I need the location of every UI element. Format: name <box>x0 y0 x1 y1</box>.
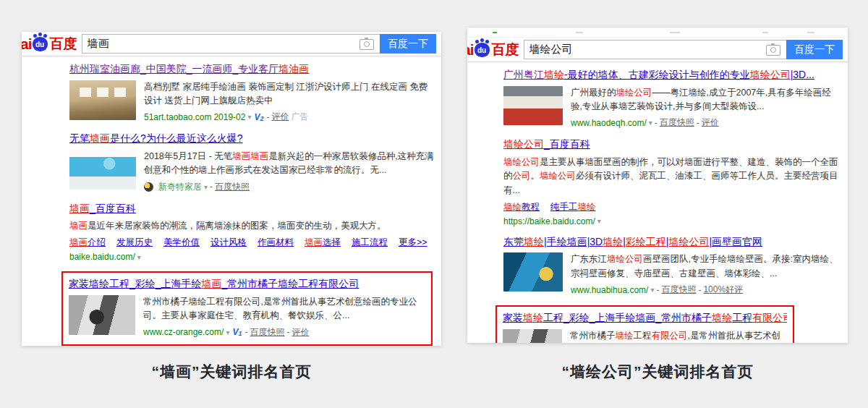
baidu-logo-latin: ai <box>467 42 474 57</box>
baidu-logo: ai du 百度 <box>467 42 519 57</box>
result-title-link[interactable]: 杭州瑞室油画廊_中国美院_一流画师_专业客厅墙油画 <box>69 63 434 76</box>
bookmark-mark-icon <box>807 32 814 33</box>
result-sitelink[interactable]: 墙画选择 <box>305 237 341 249</box>
result-title-link[interactable]: 无笔墙画是什么?为什么最近这么火爆? <box>69 132 434 145</box>
result-sitelink[interactable]: 纯手工墙绘 <box>550 201 596 213</box>
baidu-search-header: ai du 百度 百度一下 <box>467 38 848 62</box>
search-result: 杭州瑞室油画廊_中国美院_一流画师_专业客厅墙油画高档别墅 家居纯手绘油画 装饰… <box>69 63 434 123</box>
meta-link[interactable]: 百度快照 <box>215 181 250 193</box>
result-description: 墙绘公司是主要从事墙面壁画的制作，可以对墙面进行平整、建造、装饰的一个全面的公司… <box>503 156 842 197</box>
result-sitelink[interactable]: 更多>> <box>399 237 427 249</box>
source-avatar-icon <box>144 182 153 192</box>
search-box <box>524 40 786 59</box>
result-title-link[interactable]: 广州粤江墙绘-最好的墙体、古建彩绘设计与创作的专业墙绘公司|3D... <box>503 69 842 82</box>
baidu-logo-cn: 百度 <box>50 37 77 51</box>
result-description: 常州市橘子墙绘工程有限公司,是常州首批从事艺术创意绘画的专业公司。主要从事家庭住… <box>570 329 787 343</box>
result-description: 常州市橘子墙绘工程有限公司,是常州首批从事艺术创意绘画的专业公司。主要从事家庭住… <box>143 295 425 323</box>
baidu-logo-latin: ai <box>22 36 32 51</box>
screenshot-panel-right: ai du 百度 百度一下 广州粤江墙绘-最好的墙体、古建彩绘设计与创作的专业墙… <box>467 27 848 343</box>
result-sitelinks: 墙绘教程纯手工墙绘 <box>503 201 842 213</box>
search-result: 墙绘公司_百度百科墙绘公司是主要从事墙面壁画的制作，可以对墙面进行平整、建造、装… <box>503 138 842 226</box>
result-description: 高档别墅 家居纯手绘油画 装饰画定制 江浙沪设计师上门 在线定画 免费设计 送货… <box>144 80 434 109</box>
left-caption: “墙画”关键词排名首页 <box>22 362 441 382</box>
result-description: 墙画是近年来居家装饰的潮流，隔离墙涂抹的图案，墙面变的生动，美观大方。 <box>69 219 434 233</box>
browser-bar-remnant <box>467 27 848 38</box>
result-thumbnail[interactable] <box>69 150 136 190</box>
bookmark-mark-icon <box>493 32 497 33</box>
right-caption: “墙绘公司”关键词排名首页 <box>467 362 848 382</box>
result-thumbnail[interactable] <box>503 86 563 125</box>
meta-link[interactable]: 评价 <box>292 326 309 339</box>
result-description: 广东东江墙绘公司画壁画团队,专业手绘墙绘壁画。承接:室内墙绘、宗祠壁画修复、寺庙… <box>571 252 842 281</box>
result-thumbnail[interactable] <box>69 295 135 335</box>
result-highlighted-box: 家装墙绘工程_彩绘_上海手绘墙画_常州市橘子墙绘工程有限公司常州市橘子墙绘工程有… <box>61 271 433 345</box>
meta-link[interactable]: 百度快照 <box>661 284 696 296</box>
baidu-v-badge-icon: V1 <box>232 328 242 336</box>
result-sitelink[interactable]: 墙绘教程 <box>503 201 540 213</box>
baidu-logo-cn: 百度 <box>492 43 519 56</box>
result-meta: 51art.taobao.com 2019-02▾V2-评价广告 <box>144 111 434 123</box>
result-sitelink[interactable]: 作画材料 <box>258 237 294 249</box>
search-result: 广州粤江墙绘-最好的墙体、古建彩绘设计与创作的专业墙绘公司|3D...广州最好的… <box>503 69 842 129</box>
result-meta: www.huabihua.com/▾-百度快照-100%好评 <box>571 284 842 296</box>
baidu-search-button[interactable]: 百度一下 <box>786 40 843 59</box>
result-title-link[interactable]: 家装墙绘工程_彩绘_上海手绘墙画_常州市橘子墙绘工程有限公司 <box>503 312 787 325</box>
result-sitelink[interactable]: 设计风格 <box>210 237 247 249</box>
result-meta: https://baike.baidu.com/▾ <box>503 216 842 226</box>
result-sitelinks: 墙画介绍发展历史美学价值设计风格作画材料墙画选择施工流程更多>> <box>69 237 434 249</box>
result-highlighted-box: 家装墙绘工程_彩绘_上海手绘墙画_常州市橘子墙绘工程有限公司常州市橘子墙绘工程有… <box>495 305 794 343</box>
result-thumbnail[interactable] <box>503 252 563 292</box>
search-input[interactable] <box>524 40 786 59</box>
meta-link[interactable]: 评价 <box>702 116 719 129</box>
baidu-logo: ai du 百度 <box>22 36 77 51</box>
bookmark-mark-icon <box>670 32 680 33</box>
search-results-list: 杭州瑞室油画廊_中国美院_一流画师_专业客厅墙油画高档别墅 家居纯手绘油画 装饰… <box>22 56 441 346</box>
baidu-search-button[interactable]: 百度一下 <box>380 34 436 54</box>
meta-link[interactable]: 评价 <box>272 111 289 123</box>
result-thumbnail[interactable] <box>69 80 136 120</box>
meta-link[interactable]: 百度快照 <box>660 116 694 129</box>
result-meta: www.cz-orange.com/▾V1-百度快照-评价 <box>143 326 425 339</box>
result-thumbnail[interactable] <box>503 329 562 343</box>
result-title-link[interactable]: 墙绘公司_百度百科 <box>503 138 842 151</box>
search-results-list: 广州粤江墙绘-最好的墙体、古建彩绘设计与创作的专业墙绘公司|3D...广州最好的… <box>467 62 848 343</box>
search-input[interactable] <box>82 34 380 54</box>
baidu-paw-icon: du <box>33 37 48 51</box>
baidu-search-header: ai du 百度 百度一下 <box>22 32 441 56</box>
result-sitelink[interactable]: 美学价值 <box>163 237 200 249</box>
search-box <box>82 34 380 54</box>
camera-search-icon[interactable] <box>766 45 780 56</box>
bookmark-mark-icon <box>762 32 768 33</box>
bookmark-mark-icon <box>576 32 583 33</box>
result-title-link[interactable]: 家装墙绘工程_彩绘_上海手绘墙画_常州市橘子墙绘工程有限公司 <box>69 278 425 291</box>
result-meta: www.haodeqh.com/▾-百度快照-评价 <box>571 116 842 129</box>
baidu-paw-icon: du <box>475 43 490 57</box>
result-description: 广州最好的墙绘公司——粤江墙绘,成立于2007年,具有多年绘画经验,专业从事墙艺… <box>571 86 842 114</box>
search-result: 墙画_百度百科墙画是近年来居家装饰的潮流，隔离墙涂抹的图案，墙面变的生动，美观大… <box>69 203 434 263</box>
search-result: 东莞墙绘|手绘墙画|3D墙绘|彩绘工程|墙绘公司|画壁画官网广东东江墙绘公司画壁… <box>503 236 842 296</box>
result-sitelink[interactable]: 墙画介绍 <box>69 237 106 249</box>
result-description: 2018年5月17日 - 无笔墙画墙画是新兴起的一种家居软装修品种,这种充满创意… <box>144 150 434 178</box>
result-title-link[interactable]: 东莞墙绘|手绘墙画|3D墙绘|彩绘工程|墙绘公司|画壁画官网 <box>503 236 842 249</box>
meta-link[interactable]: 100%好评 <box>703 284 743 296</box>
result-title-link[interactable]: 墙画_百度百科 <box>69 203 434 216</box>
camera-search-icon[interactable] <box>359 39 374 50</box>
screenshot-panel-left: ai du 百度 百度一下 杭州瑞室油画廊_中国美院_一流画师_专业客厅墙油画高… <box>22 32 441 346</box>
result-meta: baike.baidu.com/▾ <box>69 252 434 262</box>
result-meta: 新奇特家居▾-百度快照 <box>144 181 434 193</box>
meta-link[interactable]: 百度快照 <box>250 326 284 339</box>
search-result: 无笔墙画是什么?为什么最近这么火爆?2018年5月17日 - 无笔墙画墙画是新兴… <box>69 132 434 192</box>
result-sitelink[interactable]: 施工流程 <box>352 237 388 249</box>
baidu-v-badge-icon: V2 <box>254 113 263 122</box>
result-sitelink[interactable]: 发展历史 <box>116 237 153 249</box>
